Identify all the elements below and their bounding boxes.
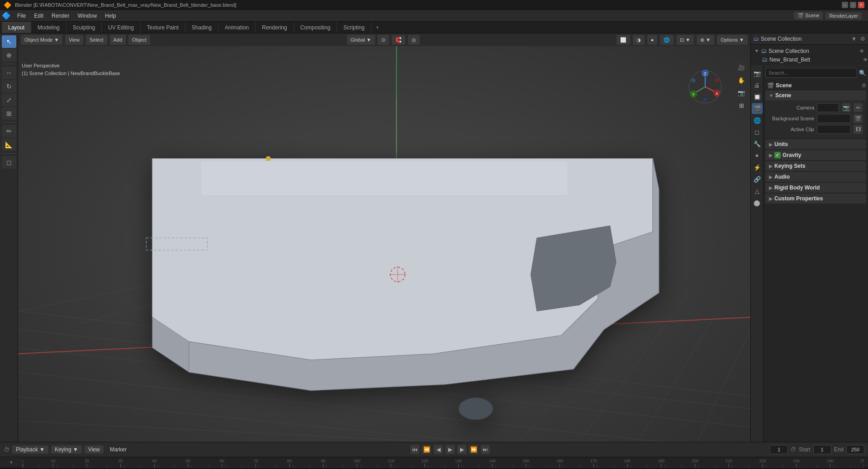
view-menu[interactable]: View — [65, 35, 83, 45]
filter-icon[interactable]: ▼ — [851, 36, 857, 42]
viewport-shading-wire[interactable]: ⬜ — [617, 35, 630, 45]
pan-view-icon[interactable]: ✋ — [736, 75, 747, 85]
cursor-tool-button[interactable]: ⊕ — [2, 49, 16, 62]
background-scene-value[interactable] — [817, 114, 851, 123]
camera-value[interactable] — [817, 103, 839, 112]
next-frame-button[interactable]: ▶ — [457, 445, 466, 454]
add-primitive-button[interactable]: ◻ — [2, 156, 16, 169]
add-menu[interactable]: Add — [110, 35, 126, 45]
frame-ruler[interactable]: ▼ 11020304050607080901001101201301401501… — [0, 457, 868, 468]
add-workspace-button[interactable]: + — [371, 22, 384, 33]
properties-search-input[interactable] — [765, 68, 857, 78]
prev-frame-button[interactable]: ◀ — [434, 445, 443, 454]
close-button[interactable]: ✕ — [858, 2, 864, 8]
tab-modeling[interactable]: Modeling — [31, 22, 66, 33]
move-tool-button[interactable]: ↔ — [2, 66, 16, 79]
tab-uv-editing[interactable]: UV Editing — [102, 22, 141, 33]
tab-animation[interactable]: Animation — [218, 22, 256, 33]
tab-layout[interactable]: Layout — [2, 22, 31, 33]
world-props-icon[interactable]: 🌐 — [752, 115, 763, 126]
menu-render[interactable]: Render — [48, 12, 73, 20]
maximize-button[interactable]: □ — [850, 2, 856, 8]
active-clip-value[interactable] — [817, 125, 851, 134]
jump-to-start-button[interactable]: ⏮ — [410, 445, 419, 454]
camera-edit-icon[interactable]: ✏ — [854, 103, 863, 112]
playback-dropdown[interactable]: Playback ▼ — [12, 445, 48, 454]
tab-scripting[interactable]: Scripting — [337, 22, 371, 33]
scene-title-options[interactable]: ⚙ — [862, 83, 866, 89]
scene-collection-item[interactable]: ▼ 🗂 Scene Collection 👁 — [751, 47, 868, 55]
snap-btn[interactable]: 🧲 — [392, 35, 405, 45]
constraints-props-icon[interactable]: 🔗 — [752, 174, 763, 185]
minimize-button[interactable]: ─ — [842, 2, 848, 8]
start-frame-input[interactable]: 1 — [813, 445, 831, 454]
child-eye-icon[interactable]: 👁 — [863, 57, 868, 62]
scene-props-icon[interactable]: 🎬 — [752, 103, 763, 114]
marker-menu[interactable]: Marker — [106, 445, 130, 454]
scene-section-header[interactable]: ▼ Scene — [765, 90, 866, 100]
prev-keyframe-button[interactable]: ⏪ — [422, 445, 431, 454]
custom-props-section-header[interactable]: ▶ Custom Properties — [765, 194, 866, 204]
play-button[interactable]: ▶ — [446, 445, 455, 454]
tab-sculpting[interactable]: Sculpting — [66, 22, 102, 33]
menu-file[interactable]: File — [14, 12, 29, 20]
zoom-extent-icon[interactable]: 📷 — [736, 87, 747, 98]
viewport-shading-render[interactable]: 🌐 — [660, 35, 674, 45]
nav-gizmo[interactable]: Z X Y — [687, 69, 723, 105]
modifier-props-icon[interactable]: 🔧 — [752, 138, 763, 149]
gravity-section-header[interactable]: ▶ ✓ Gravity — [765, 150, 866, 160]
particles-props-icon[interactable]: ✦ — [752, 150, 763, 161]
zoom-camera-icon[interactable]: 🎥 — [736, 62, 747, 73]
viewport-shading-solid[interactable]: ◑ — [633, 35, 645, 45]
end-frame-input[interactable]: 250 — [846, 445, 864, 454]
viewport-gizmo-btn[interactable]: ⊕ ▼ — [697, 35, 714, 45]
view-layer-props-icon[interactable]: 🔲 — [752, 91, 763, 102]
tab-rendering[interactable]: Rendering — [256, 22, 294, 33]
tab-shading[interactable]: Shading — [185, 22, 218, 33]
keying-dropdown[interactable]: Keying ▼ — [51, 445, 82, 454]
current-frame-input[interactable]: 1 — [770, 445, 788, 454]
units-section-header[interactable]: ▶ Units — [765, 139, 866, 149]
gravity-enabled-checkbox[interactable]: ✓ — [774, 152, 781, 158]
rigid-body-section-header[interactable]: ▶ Rigid Body World — [765, 183, 866, 193]
audio-section-header[interactable]: ▶ Audio — [765, 172, 866, 182]
object-menu[interactable]: Object — [128, 35, 150, 45]
physics-props-icon[interactable]: ⚡ — [752, 162, 763, 173]
viewport-3d[interactable]: Object Mode ▼ View Select Add Object Glo… — [18, 33, 750, 442]
viewport-shading-material[interactable]: ● — [647, 35, 658, 45]
tab-compositing[interactable]: Compositing — [294, 22, 337, 33]
render-props-icon[interactable]: 📷 — [752, 68, 763, 79]
tab-texture-paint[interactable]: Texture Paint — [141, 22, 185, 33]
options-icon[interactable]: ⚙ — [860, 36, 865, 42]
next-keyframe-button[interactable]: ⏩ — [469, 445, 478, 454]
select-tool-button[interactable]: ↖ — [2, 35, 16, 48]
menu-window[interactable]: Window — [74, 12, 100, 20]
scene-canvas[interactable]: User Perspective (1) Scene Collection | … — [18, 46, 750, 442]
select-menu[interactable]: Select — [86, 35, 107, 45]
render-layer-selector[interactable]: RenderLayer — [825, 12, 862, 19]
clip-picker-icon[interactable]: 🎞 — [854, 125, 863, 134]
menu-help[interactable]: Help — [101, 12, 120, 20]
camera-picker-icon[interactable]: 📷 — [842, 103, 851, 112]
scene-selector[interactable]: 🎬 Scene — [794, 12, 823, 19]
menu-edit[interactable]: Edit — [30, 12, 47, 20]
transform-tool-button[interactable]: ⊞ — [2, 107, 16, 120]
ortho-icon[interactable]: ⊞ — [736, 100, 747, 111]
eye-icon[interactable]: 👁 — [859, 48, 864, 54]
object-props-icon[interactable]: ◻ — [752, 127, 763, 137]
output-props-icon[interactable]: 🖨 — [752, 80, 763, 90]
global-transform-dropdown[interactable]: Global ▼ — [347, 35, 375, 45]
jump-to-end-button[interactable]: ⏭ — [481, 445, 490, 454]
scale-tool-button[interactable]: ⤢ — [2, 94, 16, 106]
measure-tool-button[interactable]: 📐 — [2, 138, 16, 151]
data-props-icon[interactable]: △ — [752, 185, 763, 196]
object-mode-dropdown[interactable]: Object Mode ▼ — [21, 35, 62, 45]
collection-child-item[interactable]: 🗂 New_Brand_Belt 👁 — [751, 55, 868, 64]
material-props-icon[interactable]: ⬤ — [752, 197, 763, 208]
options-btn[interactable]: Options ▼ — [717, 35, 748, 45]
bg-scene-picker-icon[interactable]: 🎬 — [854, 114, 863, 123]
annotate-tool-button[interactable]: ✏ — [2, 125, 16, 137]
proportional-edit-btn[interactable]: ◎ — [408, 35, 420, 45]
rotate-tool-button[interactable]: ↻ — [2, 80, 16, 93]
keying-sets-section-header[interactable]: ▶ Keying Sets — [765, 161, 866, 171]
